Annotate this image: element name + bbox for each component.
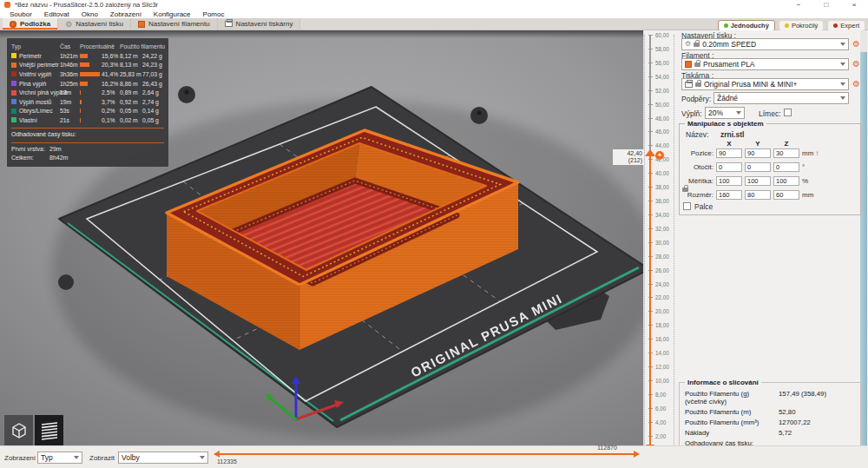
menu-zobrazeni[interactable]: Zobrazení [104, 10, 148, 18]
rotate-z-input[interactable] [773, 162, 799, 172]
divider [11, 142, 164, 143]
chevron-down-icon [840, 96, 845, 100]
position-row: Pozice: mm ↕ [681, 148, 854, 158]
view-mode-select[interactable]: Typ [37, 452, 82, 464]
ruler-tick: 6,00 [643, 405, 675, 412]
ruler-tick: 60,00 [643, 32, 675, 38]
ruler-tick: 56,00 [643, 60, 675, 66]
supports-label: Podpěry: [681, 95, 711, 103]
filament-color-swatch [685, 61, 692, 68]
view-preview-button[interactable] [35, 415, 63, 446]
filament-icon [138, 21, 145, 28]
scale-z-input[interactable] [773, 176, 799, 186]
first-layer-time: První vrstva:29m [11, 146, 164, 155]
layer-slider-track-lower[interactable] [649, 156, 651, 448]
ruler-tick: 26,00 [643, 267, 675, 274]
close-button[interactable]: × [847, 0, 861, 10]
chevron-down-icon [200, 456, 205, 459]
mode-label: Expert [840, 22, 859, 30]
ruler-tick: 48,00 [643, 115, 675, 122]
view-mode-value: Typ [41, 453, 53, 462]
printer-edit-gear[interactable]: ⚙ [852, 80, 860, 89]
view-3d-button[interactable] [4, 415, 33, 446]
brim-label: Límec: [759, 109, 781, 118]
ruler-tick: 16,00 [643, 336, 675, 342]
layer-slider-track-upper[interactable] [649, 35, 651, 156]
ruler-tick: 10,00 [643, 378, 675, 384]
plate-icon [10, 21, 16, 28]
menu-bar: Soubor Editovat Okno Zobrazení Konfigura… [0, 10, 868, 18]
moves-slider-right-arrow[interactable] [634, 451, 640, 458]
supports-select[interactable]: Žádné [713, 92, 849, 104]
tab-podlozka[interactable]: Podložka [3, 18, 58, 30]
add-layer-range-button[interactable]: + [655, 151, 664, 160]
object-name-value: zrni.stl [720, 130, 744, 139]
position-label: Pozice: [681, 149, 713, 157]
scale-y-input[interactable] [745, 176, 771, 186]
menu-pomoc[interactable]: Pomoc [197, 10, 231, 18]
printer-select[interactable]: Original Prusa MINI & MINI+ [681, 78, 849, 90]
lock-icon [694, 43, 700, 47]
mode-label: Jednoduchý [731, 22, 769, 30]
total-time: Celkem:8h42m [11, 155, 164, 163]
chevron-down-icon [840, 63, 845, 66]
info-row-filament-mm3: Použito Filamentu (mm³) 127007,22 [685, 419, 855, 426]
ruler-tick: 34,00 [643, 212, 675, 218]
tab-nastaveni-filamentu[interactable]: Nastavení filamentu [131, 18, 218, 30]
minimize-button[interactable]: − [792, 0, 806, 10]
legend-color-swatch [11, 81, 16, 86]
rotate-row: Otočit: ° [681, 162, 854, 172]
menu-okno[interactable]: Okno [76, 10, 104, 18]
info-row-filament-g: Použito Filamentu (g) (včetně cívky) 157… [685, 390, 855, 405]
ruler-tick: 12,00 [643, 364, 675, 370]
rotate-y-input[interactable] [745, 162, 771, 172]
object-manipulation-title: Manipulace s objektem [685, 120, 766, 128]
moves-slider-track[interactable] [220, 453, 635, 455]
menu-konfigurace[interactable]: Konfigurace [148, 10, 197, 18]
layer-slider-thumb[interactable] [645, 149, 655, 156]
size-y-input[interactable] [745, 190, 771, 200]
uniform-scale-lock-icon[interactable] [682, 188, 688, 192]
tab-nastaveni-tiskarny[interactable]: Nastavení tiskárny [218, 18, 301, 30]
menu-soubor[interactable]: Soubor [3, 10, 38, 18]
scale-label: Měřítka: [681, 177, 713, 185]
infill-value: 20% [708, 109, 723, 117]
size-z-input[interactable] [773, 190, 799, 200]
tab-nastaveni-tisku[interactable]: ⚙ Nastavení tisku [58, 18, 131, 30]
ruler-tick: 32,00 [643, 226, 675, 232]
drop-to-bed-icon[interactable]: ↕ [816, 149, 819, 157]
filament-value: Prusament PLA [703, 60, 755, 69]
size-x-input[interactable] [716, 190, 742, 200]
filament-edit-gear[interactable]: ⚙ [852, 60, 860, 69]
rotate-x-input[interactable] [716, 162, 742, 172]
legend-row: Vnější perimetr1h46m20,3%8,13 m24,23 g [11, 61, 164, 70]
position-y-input[interactable] [745, 148, 771, 158]
inches-checkbox[interactable] [683, 202, 691, 210]
legend-color-swatch [11, 53, 16, 58]
sidebar-scrollbar-thumb[interactable] [860, 52, 867, 453]
ruler-tick: 52,00 [643, 88, 675, 94]
infill-select[interactable]: 20% [705, 107, 745, 119]
printer-icon [685, 82, 693, 88]
print-settings-edit-gear[interactable]: ⚙ [852, 40, 860, 49]
filament-select[interactable]: Prusament PLA [681, 58, 849, 70]
menu-editovat[interactable]: Editovat [38, 10, 76, 18]
chevron-down-icon [840, 82, 845, 86]
show-label: Zobrazit [89, 454, 115, 462]
brim-checkbox[interactable] [784, 109, 792, 116]
position-z-input[interactable] [773, 148, 799, 158]
print-settings-select[interactable]: ⚙ 0.20mm SPEED [681, 38, 849, 50]
scale-x-input[interactable] [716, 176, 742, 186]
legend-row: Vlastní21s0,1%0,02 m0,05 g [11, 115, 164, 125]
show-select[interactable]: Volby [118, 452, 208, 464]
legend-color-swatch [11, 99, 16, 104]
gear-icon: ⚙ [685, 41, 691, 48]
tab-label: Nastavení tiskárny [236, 20, 293, 28]
ruler-tick: 8,00 [643, 392, 675, 398]
moves-slider-left-arrow[interactable] [214, 451, 220, 458]
mode-label: Pokročilý [792, 22, 818, 30]
slicing-info-box: Informace o slicování Použito Filamentu … [679, 382, 861, 450]
position-x-input[interactable] [716, 148, 742, 158]
legend-color-swatch [11, 63, 16, 68]
maximize-button[interactable]: □ [819, 0, 833, 10]
